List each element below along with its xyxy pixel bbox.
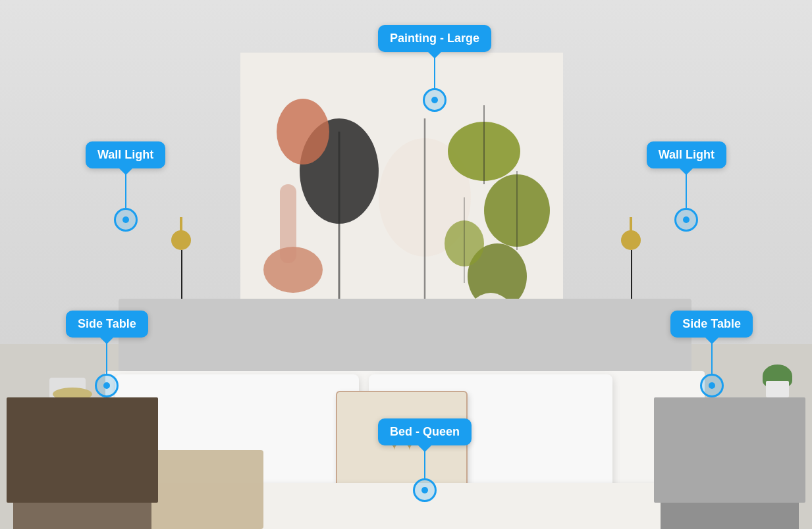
wall-light-left-sconce	[168, 217, 194, 270]
target-side-table-right[interactable]	[700, 374, 724, 397]
annotation-side-table-right[interactable]: Side Table	[670, 311, 753, 397]
svg-rect-16	[280, 184, 296, 263]
label-bed[interactable]: Bed - Queen	[378, 418, 472, 445]
target-inner-painting	[431, 97, 438, 103]
plant-right	[763, 365, 792, 397]
annotation-bed[interactable]: Bed - Queen	[378, 418, 472, 502]
target-wall-light-left[interactable]	[114, 208, 138, 232]
sconce-disk-left	[171, 230, 191, 250]
side-table-legs-left	[13, 503, 151, 529]
side-table-left	[7, 397, 158, 529]
target-inner-wall-light-left	[122, 216, 129, 223]
target-inner-side-table-left	[103, 382, 110, 389]
label-side-table-right[interactable]: Side Table	[670, 311, 753, 338]
target-bed[interactable]	[413, 478, 437, 502]
target-side-table-left[interactable]	[95, 374, 119, 397]
svg-point-3	[277, 99, 329, 164]
side-table-surface-right	[654, 397, 805, 503]
label-wall-light-right[interactable]: Wall Light	[647, 141, 726, 168]
label-side-table-left[interactable]: Side Table	[66, 311, 148, 338]
target-painting[interactable]	[423, 88, 447, 112]
annotation-wall-light-right[interactable]: Wall Light	[647, 141, 726, 232]
label-painting[interactable]: Painting - Large	[378, 25, 491, 52]
annotation-painting[interactable]: Painting - Large	[378, 25, 491, 112]
label-wall-light-left[interactable]: Wall Light	[86, 141, 165, 168]
target-inner-wall-light-right	[683, 216, 690, 223]
wall-light-right-sconce	[618, 217, 644, 270]
side-table-surface-left	[7, 397, 158, 503]
plant-pot	[766, 381, 789, 397]
room-scene: Painting - Large Wall Light Wall Light S…	[0, 0, 812, 529]
target-wall-light-right[interactable]	[674, 208, 698, 232]
side-table-right	[654, 397, 805, 529]
annotation-side-table-left[interactable]: Side Table	[66, 311, 148, 397]
sconce-disk-right	[621, 230, 641, 250]
side-table-legs-right	[661, 503, 799, 529]
target-inner-side-table-right	[709, 382, 715, 389]
headboard	[119, 299, 691, 371]
annotation-wall-light-left[interactable]: Wall Light	[86, 141, 165, 232]
target-inner-bed	[421, 487, 428, 493]
